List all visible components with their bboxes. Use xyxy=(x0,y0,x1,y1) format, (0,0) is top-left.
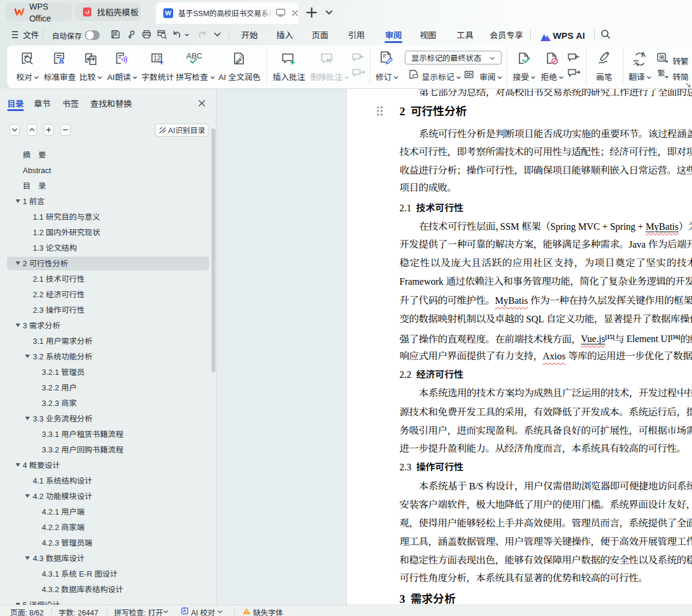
svg-text:ABC: ABC xyxy=(186,51,202,60)
svg-text:简: 简 xyxy=(659,53,665,61)
svg-text:繁: 繁 xyxy=(657,68,665,78)
svg-text:A: A xyxy=(641,51,646,58)
svg-text:12: 12 xyxy=(153,54,161,61)
